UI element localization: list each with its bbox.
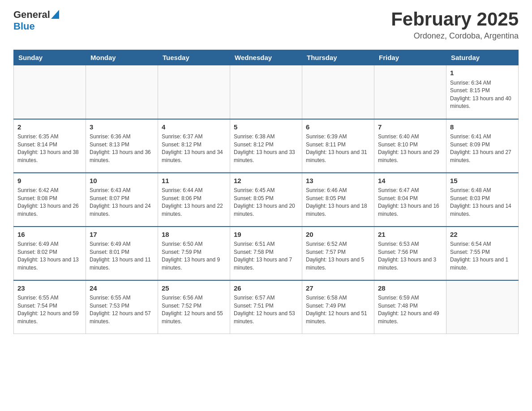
day-info: Sunrise: 6:37 AM Sunset: 8:12 PM Dayligh… <box>162 133 226 164</box>
calendar-cell: 14Sunrise: 6:47 AM Sunset: 8:04 PM Dayli… <box>374 173 446 227</box>
day-info: Sunrise: 6:41 AM Sunset: 8:09 PM Dayligh… <box>450 133 515 164</box>
day-of-week-header: Wednesday <box>230 50 302 65</box>
day-info: Sunrise: 6:43 AM Sunset: 8:07 PM Dayligh… <box>90 187 154 218</box>
day-info: Sunrise: 6:57 AM Sunset: 7:51 PM Dayligh… <box>234 294 298 325</box>
calendar-week-row: 1Sunrise: 6:34 AM Sunset: 8:15 PM Daylig… <box>14 65 519 119</box>
day-of-week-header: Friday <box>374 50 446 65</box>
day-number: 28 <box>378 283 442 293</box>
calendar-cell <box>374 65 446 119</box>
day-info: Sunrise: 6:49 AM Sunset: 8:01 PM Dayligh… <box>90 240 154 272</box>
location-subtitle: Ordonez, Cordoba, Argentina <box>391 31 519 41</box>
day-info: Sunrise: 6:42 AM Sunset: 8:08 PM Dayligh… <box>17 187 82 218</box>
day-info: Sunrise: 6:38 AM Sunset: 8:12 PM Dayligh… <box>234 133 298 164</box>
calendar-cell: 20Sunrise: 6:52 AM Sunset: 7:57 PM Dayli… <box>302 227 374 280</box>
day-info: Sunrise: 6:44 AM Sunset: 8:06 PM Dayligh… <box>162 187 226 218</box>
calendar-week-row: 16Sunrise: 6:49 AM Sunset: 8:02 PM Dayli… <box>14 227 519 280</box>
calendar-cell: 6Sunrise: 6:39 AM Sunset: 8:11 PM Daylig… <box>302 119 374 173</box>
calendar-cell: 11Sunrise: 6:44 AM Sunset: 8:06 PM Dayli… <box>158 173 230 227</box>
day-info: Sunrise: 6:49 AM Sunset: 8:02 PM Dayligh… <box>17 240 82 272</box>
calendar-week-row: 23Sunrise: 6:55 AM Sunset: 7:54 PM Dayli… <box>14 280 519 334</box>
day-info: Sunrise: 6:55 AM Sunset: 7:54 PM Dayligh… <box>17 294 82 325</box>
calendar-cell: 25Sunrise: 6:56 AM Sunset: 7:52 PM Dayli… <box>158 280 230 334</box>
calendar-cell: 1Sunrise: 6:34 AM Sunset: 8:15 PM Daylig… <box>446 65 519 119</box>
day-info: Sunrise: 6:35 AM Sunset: 8:14 PM Dayligh… <box>17 133 82 164</box>
day-number: 21 <box>378 230 442 240</box>
day-of-week-header: Thursday <box>302 50 374 65</box>
day-info: Sunrise: 6:50 AM Sunset: 7:59 PM Dayligh… <box>162 240 226 272</box>
day-number: 3 <box>90 122 154 132</box>
logo-general: General <box>13 9 50 21</box>
calendar-cell: 3Sunrise: 6:36 AM Sunset: 8:13 PM Daylig… <box>86 119 158 173</box>
day-of-week-header: Tuesday <box>158 50 230 65</box>
calendar-cell: 27Sunrise: 6:58 AM Sunset: 7:49 PM Dayli… <box>302 280 374 334</box>
calendar-cell: 21Sunrise: 6:53 AM Sunset: 7:56 PM Dayli… <box>374 227 446 280</box>
day-number: 22 <box>450 230 515 240</box>
calendar-cell: 5Sunrise: 6:38 AM Sunset: 8:12 PM Daylig… <box>230 119 302 173</box>
calendar-cell: 19Sunrise: 6:51 AM Sunset: 7:58 PM Dayli… <box>230 227 302 280</box>
calendar-cell: 8Sunrise: 6:41 AM Sunset: 8:09 PM Daylig… <box>446 119 519 173</box>
day-of-week-header: Sunday <box>14 50 86 65</box>
calendar-cell <box>302 65 374 119</box>
day-info: Sunrise: 6:40 AM Sunset: 8:10 PM Dayligh… <box>378 133 442 164</box>
calendar-cell: 12Sunrise: 6:45 AM Sunset: 8:05 PM Dayli… <box>230 173 302 227</box>
day-number: 19 <box>234 230 298 240</box>
calendar-cell: 24Sunrise: 6:55 AM Sunset: 7:53 PM Dayli… <box>86 280 158 334</box>
page-header: General Blue February 2025 Ordonez, Cord… <box>13 9 519 41</box>
calendar-cell: 17Sunrise: 6:49 AM Sunset: 8:01 PM Dayli… <box>86 227 158 280</box>
day-number: 14 <box>378 176 442 186</box>
day-number: 9 <box>17 176 82 186</box>
day-number: 27 <box>306 283 370 293</box>
calendar-cell <box>14 65 86 119</box>
day-info: Sunrise: 6:36 AM Sunset: 8:13 PM Dayligh… <box>90 133 154 164</box>
calendar-cell <box>230 65 302 119</box>
day-info: Sunrise: 6:48 AM Sunset: 8:03 PM Dayligh… <box>450 187 515 218</box>
svg-marker-0 <box>51 10 59 19</box>
logo: General Blue <box>13 9 59 32</box>
calendar-table: SundayMondayTuesdayWednesdayThursdayFrid… <box>13 50 519 334</box>
day-number: 24 <box>90 283 154 293</box>
logo-triangle-icon <box>51 10 59 19</box>
day-number: 2 <box>17 122 82 132</box>
calendar-cell: 23Sunrise: 6:55 AM Sunset: 7:54 PM Dayli… <box>14 280 86 334</box>
day-number: 15 <box>450 176 515 186</box>
day-number: 20 <box>306 230 370 240</box>
day-number: 8 <box>450 122 515 132</box>
day-number: 23 <box>17 283 82 293</box>
calendar-week-row: 9Sunrise: 6:42 AM Sunset: 8:08 PM Daylig… <box>14 173 519 227</box>
logo-blue: Blue <box>13 21 35 32</box>
day-info: Sunrise: 6:59 AM Sunset: 7:48 PM Dayligh… <box>378 294 442 325</box>
day-number: 18 <box>162 230 226 240</box>
day-number: 10 <box>90 176 154 186</box>
day-info: Sunrise: 6:34 AM Sunset: 8:15 PM Dayligh… <box>450 79 515 111</box>
calendar-week-row: 2Sunrise: 6:35 AM Sunset: 8:14 PM Daylig… <box>14 119 519 173</box>
title-section: February 2025 Ordonez, Cordoba, Argentin… <box>391 9 519 41</box>
day-info: Sunrise: 6:52 AM Sunset: 7:57 PM Dayligh… <box>306 240 370 272</box>
day-of-week-header: Monday <box>86 50 158 65</box>
day-info: Sunrise: 6:55 AM Sunset: 7:53 PM Dayligh… <box>90 294 154 325</box>
calendar-cell: 13Sunrise: 6:46 AM Sunset: 8:05 PM Dayli… <box>302 173 374 227</box>
calendar-cell: 2Sunrise: 6:35 AM Sunset: 8:14 PM Daylig… <box>14 119 86 173</box>
calendar-cell: 18Sunrise: 6:50 AM Sunset: 7:59 PM Dayli… <box>158 227 230 280</box>
calendar-cell <box>86 65 158 119</box>
day-number: 7 <box>378 122 442 132</box>
day-info: Sunrise: 6:39 AM Sunset: 8:11 PM Dayligh… <box>306 133 370 164</box>
day-info: Sunrise: 6:46 AM Sunset: 8:05 PM Dayligh… <box>306 187 370 218</box>
day-info: Sunrise: 6:47 AM Sunset: 8:04 PM Dayligh… <box>378 187 442 218</box>
calendar-cell <box>158 65 230 119</box>
calendar-header-row: SundayMondayTuesdayWednesdayThursdayFrid… <box>14 50 519 65</box>
day-number: 1 <box>450 68 515 78</box>
day-number: 5 <box>234 122 298 132</box>
calendar-cell: 22Sunrise: 6:54 AM Sunset: 7:55 PM Dayli… <box>446 227 519 280</box>
calendar-cell: 9Sunrise: 6:42 AM Sunset: 8:08 PM Daylig… <box>14 173 86 227</box>
day-info: Sunrise: 6:54 AM Sunset: 7:55 PM Dayligh… <box>450 240 515 272</box>
day-info: Sunrise: 6:53 AM Sunset: 7:56 PM Dayligh… <box>378 240 442 272</box>
calendar-cell <box>446 280 519 334</box>
day-info: Sunrise: 6:56 AM Sunset: 7:52 PM Dayligh… <box>162 294 226 325</box>
day-number: 6 <box>306 122 370 132</box>
day-of-week-header: Saturday <box>446 50 519 65</box>
calendar-cell: 4Sunrise: 6:37 AM Sunset: 8:12 PM Daylig… <box>158 119 230 173</box>
calendar-cell: 16Sunrise: 6:49 AM Sunset: 8:02 PM Dayli… <box>14 227 86 280</box>
month-title: February 2025 <box>391 9 519 30</box>
day-info: Sunrise: 6:51 AM Sunset: 7:58 PM Dayligh… <box>234 240 298 272</box>
day-number: 13 <box>306 176 370 186</box>
